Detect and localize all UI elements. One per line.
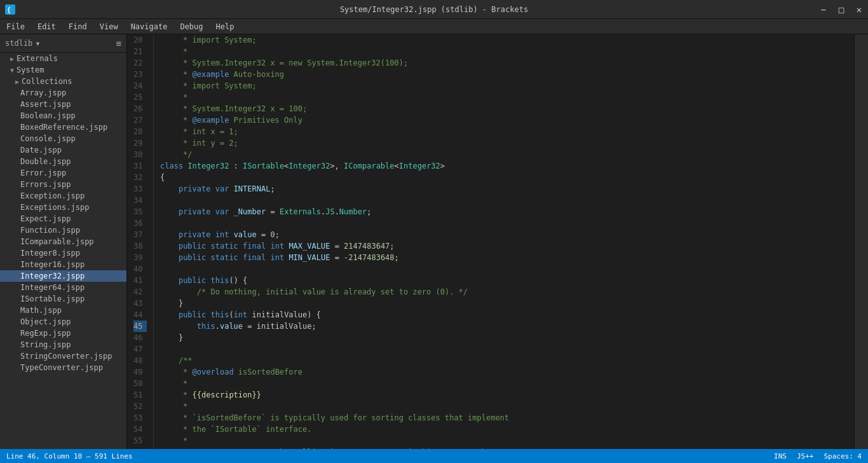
sidebar-item-label: Assert.jspp xyxy=(20,100,71,109)
sidebar-header: stdlib ▾ ≡ xyxy=(0,34,126,53)
sidebar-item-label: Errors.jspp xyxy=(20,180,71,189)
statusbar: Line 46, Column 10 — 591 Lines INS JS++ … xyxy=(0,449,868,463)
sidebar-item-label: BoxedReference.jspp xyxy=(20,123,107,132)
sidebar-item-expect[interactable]: Expect.jspp xyxy=(0,213,126,225)
sidebar-item-collections[interactable]: ▶Collections xyxy=(0,76,126,87)
sidebar-item-regexp[interactable]: RegExp.jspp xyxy=(0,328,126,339)
sidebar-item-label: Object.jspp xyxy=(20,317,71,326)
sidebar-item-label: Double.jspp xyxy=(20,157,71,166)
sidebar-item-label: Collections xyxy=(22,77,72,86)
menu-navigate[interactable]: Navigate xyxy=(125,19,174,34)
sidebar-item-icomparable[interactable]: IComparable.jspp xyxy=(0,236,126,247)
menu-file[interactable]: File xyxy=(0,19,31,34)
window-controls: − □ ✕ xyxy=(815,1,868,18)
sidebar-item-label: StringConverter.jspp xyxy=(20,352,112,361)
maximize-button[interactable]: □ xyxy=(832,1,850,18)
sidebar-item-label: Integer16.jspp xyxy=(20,260,85,269)
sidebar-item-integer64[interactable]: Integer64.jspp xyxy=(0,282,126,293)
sidebar-item-system[interactable]: ▼System xyxy=(0,64,126,76)
sidebar-item-date[interactable]: Date.jspp xyxy=(0,144,126,156)
right-rail xyxy=(854,34,868,449)
editor-area: 20 21 22 23 24 25 26 27 28 29 30 31 32 3… xyxy=(127,34,854,449)
sidebar-item-label: Integer32.jspp xyxy=(20,272,85,280)
menu-view[interactable]: View xyxy=(93,19,125,34)
sidebar-item-label: Integer64.jspp xyxy=(20,283,85,292)
sidebar-item-exception[interactable]: Exception.jspp xyxy=(0,190,126,202)
statusbar-lang: JS++ xyxy=(797,452,814,460)
sidebar-dropdown-icon[interactable]: ▾ xyxy=(35,38,40,48)
sidebar-item-error[interactable]: Error.jspp xyxy=(0,167,126,179)
sidebar-tree: ▶Externals ▼System ▶Collections Array.js… xyxy=(0,53,126,373)
sidebar-item-double[interactable]: Double.jspp xyxy=(0,156,126,167)
sidebar-item-label: Externals xyxy=(17,54,58,63)
sidebar-item-label: IComparable.jspp xyxy=(20,237,94,246)
menubar: File Edit Find View Navigate Debug Help xyxy=(0,19,868,34)
sidebar-item-boxedref[interactable]: BoxedReference.jspp xyxy=(0,121,126,133)
sidebar-item-function[interactable]: Function.jspp xyxy=(0,225,126,236)
sidebar-item-typeconverter[interactable]: TypeConverter.jspp xyxy=(0,362,126,373)
statusbar-right: INS JS++ Spaces: 4 xyxy=(774,452,862,460)
sidebar-item-label: Integer8.jspp xyxy=(20,249,80,258)
minimap-rail xyxy=(856,37,867,449)
sidebar-item-label: Exception.jspp xyxy=(20,191,85,200)
app-icon: { xyxy=(5,4,15,15)
sidebar-item-label: Math.jspp xyxy=(20,306,62,315)
svg-text:{: { xyxy=(7,6,11,13)
sidebar-item-isortable[interactable]: ISortable.jspp xyxy=(0,293,126,305)
sidebar-item-integer8[interactable]: Integer8.jspp xyxy=(0,247,126,259)
sidebar-item-label: ISortable.jspp xyxy=(20,294,85,303)
sidebar-item-console[interactable]: Console.jspp xyxy=(0,133,126,144)
sidebar-item-array[interactable]: Array.jspp xyxy=(0,87,126,99)
sidebar-item-externals[interactable]: ▶Externals xyxy=(0,53,126,64)
code-editor[interactable]: * import System; * * System.Integer32 x … xyxy=(154,34,854,449)
sidebar-item-label: String.jspp xyxy=(20,340,71,349)
line-numbers: 20 21 22 23 24 25 26 27 28 29 30 31 32 3… xyxy=(127,34,154,449)
sidebar-item-assert[interactable]: Assert.jspp xyxy=(0,99,126,110)
sidebar-item-errors[interactable]: Errors.jspp xyxy=(0,179,126,190)
sidebar-item-label: System xyxy=(17,66,44,74)
sidebar-item-label: Function.jspp xyxy=(20,226,80,235)
sidebar-item-label: Exceptions.jspp xyxy=(20,203,89,212)
code-container[interactable]: 20 21 22 23 24 25 26 27 28 29 30 31 32 3… xyxy=(127,34,854,449)
sidebar-item-label: Date.jspp xyxy=(20,146,62,155)
main-area: stdlib ▾ ≡ ▶Externals ▼System ▶Collectio… xyxy=(0,34,868,449)
close-button[interactable]: ✕ xyxy=(850,1,868,18)
titlebar-left: { xyxy=(0,4,20,15)
sidebar-item-integer16[interactable]: Integer16.jspp xyxy=(0,259,126,270)
sidebar-item-label: Boolean.jspp xyxy=(20,111,76,120)
sidebar-item-label: TypeConverter.jspp xyxy=(20,363,103,372)
sidebar-item-stringconverter[interactable]: StringConverter.jspp xyxy=(0,350,126,362)
sidebar-item-integer32[interactable]: Integer32.jspp xyxy=(0,270,126,282)
sidebar-item-string[interactable]: String.jspp xyxy=(0,339,126,350)
sidebar-item-label: Error.jspp xyxy=(20,169,66,177)
sidebar-collapse-button[interactable]: ≡ xyxy=(116,38,121,48)
sidebar-item-label: Array.jspp xyxy=(20,88,66,97)
statusbar-mode: INS xyxy=(774,452,787,460)
sidebar-item-exceptions[interactable]: Exceptions.jspp xyxy=(0,202,126,213)
sidebar-item-math[interactable]: Math.jspp xyxy=(0,305,126,316)
sidebar-item-label: RegExp.jspp xyxy=(20,329,71,338)
menu-debug[interactable]: Debug xyxy=(173,19,209,34)
window-title: System/Integer32.jspp (stdlib) - Bracket… xyxy=(340,5,528,14)
menu-find[interactable]: Find xyxy=(62,19,93,34)
titlebar: { System/Integer32.jspp (stdlib) - Brack… xyxy=(0,0,868,19)
statusbar-indent: Spaces: 4 xyxy=(824,452,862,460)
sidebar: stdlib ▾ ≡ ▶Externals ▼System ▶Collectio… xyxy=(0,34,127,449)
sidebar-item-label: Expect.jspp xyxy=(20,214,71,223)
sidebar-title: stdlib xyxy=(5,39,32,48)
menu-help[interactable]: Help xyxy=(210,19,241,34)
menu-edit[interactable]: Edit xyxy=(31,19,62,34)
statusbar-position: Line 46, Column 10 — 591 Lines xyxy=(6,452,133,460)
sidebar-item-label: Console.jspp xyxy=(20,134,76,143)
sidebar-item-boolean[interactable]: Boolean.jspp xyxy=(0,110,126,121)
sidebar-item-object[interactable]: Object.jspp xyxy=(0,316,126,328)
minimize-button[interactable]: − xyxy=(815,1,832,18)
